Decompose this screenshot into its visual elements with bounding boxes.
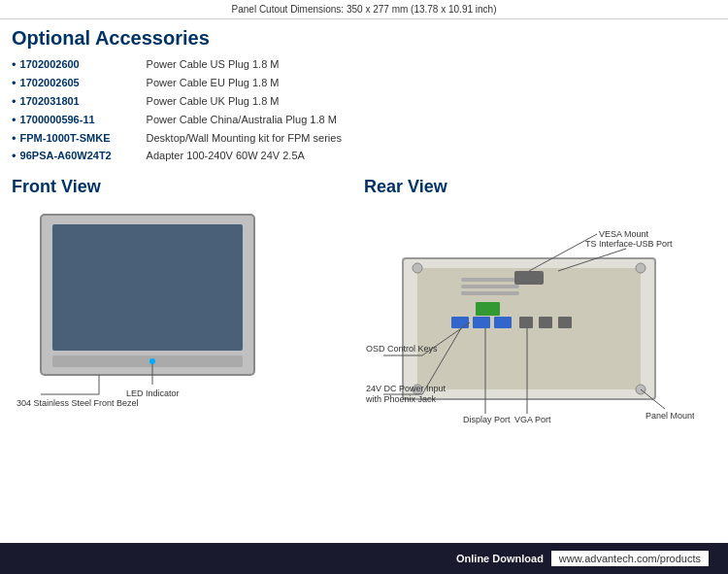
svg-point-3 <box>149 358 155 364</box>
svg-rect-15 <box>461 278 519 282</box>
svg-point-12 <box>636 263 645 273</box>
accessories-row: • 1702031801 Power Cable UK Plug 1.8 M <box>12 94 716 111</box>
svg-point-11 <box>413 263 422 273</box>
svg-rect-10 <box>417 268 641 389</box>
svg-rect-20 <box>473 317 490 328</box>
accessories-table: • 1702002600 Power Cable US Plug 1.8 M •… <box>12 57 716 165</box>
accessory-code: 1702002605 <box>20 76 147 90</box>
accessories-row: • 1702002600 Power Cable US Plug 1.8 M <box>12 57 716 74</box>
main-content: Optional Accessories • 1702002600 Power … <box>0 19 728 428</box>
accessory-code: 1702031801 <box>20 94 147 109</box>
accessory-description: Desktop/Wall Mounting kit for FPM series <box>147 131 342 146</box>
bullet-icon: • <box>12 76 17 92</box>
panel-dimensions-text: Panel Cutout Dimensions: 350 x 277 mm (1… <box>232 4 497 15</box>
svg-text:304 Stainless Steel Front Beze: 304 Stainless Steel Front Bezel <box>17 398 139 408</box>
top-bar: Panel Cutout Dimensions: 350 x 277 mm (1… <box>0 0 728 19</box>
svg-text:Panel Mount: Panel Mount <box>645 411 694 421</box>
rear-view-title: Rear View <box>364 177 716 197</box>
accessory-code: 1702002600 <box>20 57 147 72</box>
svg-rect-16 <box>461 285 519 288</box>
online-download-label: Online Download <box>456 553 544 564</box>
svg-rect-24 <box>558 317 572 328</box>
accessories-row: • FPM-1000T-SMKE Desktop/Wall Mounting k… <box>12 131 716 148</box>
svg-rect-2 <box>52 355 243 367</box>
svg-rect-1 <box>52 224 243 351</box>
svg-rect-22 <box>519 317 533 328</box>
accessories-row: • 1702002605 Power Cable EU Plug 1.8 M <box>12 76 716 92</box>
rear-view-svg: VESA Mount OSD Control Keys TS Interface… <box>364 205 694 428</box>
svg-rect-23 <box>539 317 552 328</box>
svg-rect-18 <box>514 271 544 285</box>
svg-rect-25 <box>476 302 500 316</box>
accessories-title: Optional Accessories <box>12 27 716 50</box>
bullet-icon: • <box>12 113 17 129</box>
bullet-icon: • <box>12 57 17 74</box>
svg-rect-21 <box>494 317 512 328</box>
front-view-title: Front View <box>12 177 354 197</box>
svg-text:VGA Port: VGA Port <box>514 415 551 424</box>
bullet-icon: • <box>12 94 17 111</box>
accessory-code: FPM-1000T-SMKE <box>20 131 147 146</box>
website-url: www.advantech.com/products <box>551 551 709 566</box>
accessory-description: Power Cable UK Plug 1.8 M <box>147 94 280 109</box>
svg-text:Display Port: Display Port <box>463 415 511 424</box>
accessory-description: Adapter 100-240V 60W 24V 2.5A <box>147 149 305 163</box>
front-view-diagram: 304 Stainless Steel Front Bezel LED Indi… <box>12 205 354 419</box>
front-view-svg: 304 Stainless Steel Front Bezel LED Indi… <box>12 205 283 419</box>
views-section: Front View 304 Stainless Steel Front Bez… <box>12 177 716 428</box>
accessory-description: Power Cable US Plug 1.8 M <box>147 57 280 72</box>
svg-rect-17 <box>461 291 519 295</box>
svg-text:VESA Mount: VESA Mount <box>599 229 649 239</box>
svg-text:TS Interface-USB Port: TS Interface-USB Port <box>585 239 673 249</box>
accessory-description: Power Cable EU Plug 1.8 M <box>147 76 280 90</box>
svg-text:LED Indicator: LED Indicator <box>126 388 180 398</box>
accessories-row: • 96PSA-A60W24T2 Adapter 100-240V 60W 24… <box>12 149 716 165</box>
accessory-code: 96PSA-A60W24T2 <box>20 149 147 163</box>
bullet-icon: • <box>12 131 17 148</box>
accessory-code: 1700000596-11 <box>20 113 147 127</box>
svg-text:with Phoenix Jack: with Phoenix Jack <box>365 394 437 404</box>
svg-text:OSD Control Keys: OSD Control Keys <box>366 344 438 354</box>
bottom-bar: Online Download www.advantech.com/produc… <box>0 543 728 574</box>
svg-text:24V DC Power Input: 24V DC Power Input <box>366 384 447 393</box>
svg-rect-19 <box>451 317 469 328</box>
bullet-icon: • <box>12 149 17 165</box>
rear-view-diagram: VESA Mount OSD Control Keys TS Interface… <box>364 205 716 428</box>
accessory-description: Power Cable China/Australia Plug 1.8 M <box>147 113 337 127</box>
front-view-column: Front View 304 Stainless Steel Front Bez… <box>12 177 364 428</box>
rear-view-column: Rear View <box>364 177 716 428</box>
accessories-row: • 1700000596-11 Power Cable China/Austra… <box>12 113 716 129</box>
